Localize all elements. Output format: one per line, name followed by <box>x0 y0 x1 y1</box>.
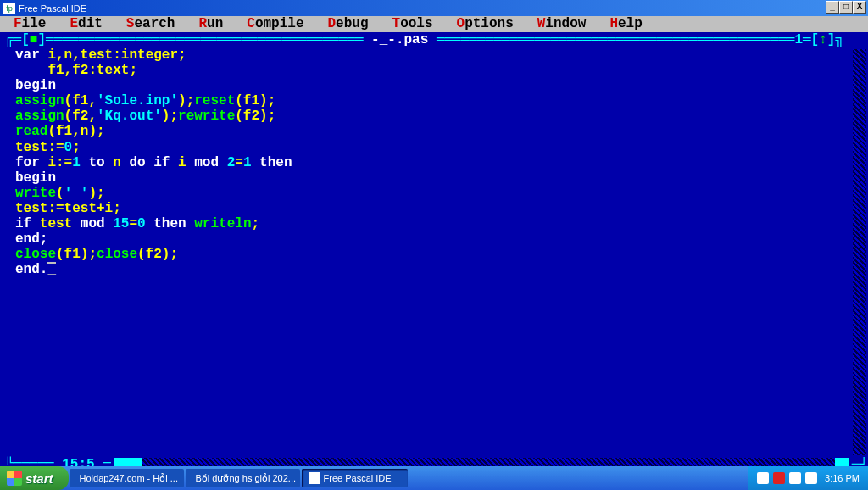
taskbar-item-browser2[interactable]: Bồi dưỡng hs giỏi 202... <box>186 469 300 487</box>
tray-icon[interactable] <box>757 472 769 484</box>
close-button[interactable]: X <box>853 1 866 14</box>
clock[interactable]: 3:16 PM <box>825 473 860 483</box>
menu-bar: File Edit Search Run Compile Debug Tools… <box>0 16 868 32</box>
app-icon: fp <box>3 3 15 14</box>
tray-icon[interactable] <box>805 472 817 484</box>
code-editor[interactable]: var i,n,test:integer; f1,f2:text; begin … <box>0 47 868 277</box>
menu-debug[interactable]: Debug <box>328 16 369 32</box>
vertical-scrollbar[interactable] <box>853 49 866 455</box>
menu-tools[interactable]: Tools <box>392 16 433 32</box>
window-title: Free Pascal IDE <box>19 3 86 14</box>
menu-compile[interactable]: Compile <box>247 16 303 32</box>
menu-file[interactable]: File <box>14 16 46 32</box>
frame-top-border: ╔═[■]═══════════════════════════════════… <box>0 32 868 47</box>
start-button[interactable]: start <box>0 466 69 490</box>
menu-options[interactable]: Options <box>457 16 514 32</box>
system-tray[interactable]: 3:16 PM <box>748 466 868 490</box>
window-titlebar: fp Free Pascal IDE _ □ X <box>0 0 868 16</box>
taskbar-item-browser1[interactable]: Hoidap247.com - Hỏi ... <box>70 469 184 487</box>
fpc-icon <box>309 472 320 484</box>
menu-run[interactable]: Run <box>198 16 223 32</box>
menu-help[interactable]: Help <box>609 16 642 32</box>
filename: -_-.pas <box>371 32 428 47</box>
text-cursor: _ <box>47 262 56 264</box>
tray-icon[interactable] <box>789 472 801 484</box>
maximize-button[interactable]: □ <box>839 1 853 14</box>
menu-search[interactable]: Search <box>126 16 175 32</box>
tray-icon[interactable] <box>773 472 785 484</box>
menu-window[interactable]: Window <box>537 16 587 32</box>
menu-edit[interactable]: Edit <box>70 16 102 32</box>
windows-logo-icon <box>7 471 22 486</box>
taskbar-item-fpcide[interactable]: Free Pascal IDE <box>302 469 408 487</box>
windows-taskbar: start Hoidap247.com - Hỏi ... Bồi dưỡng … <box>0 466 868 490</box>
editor-frame: ╔═[■]═══════════════════════════════════… <box>0 32 868 472</box>
minimize-button[interactable]: _ <box>826 1 839 14</box>
